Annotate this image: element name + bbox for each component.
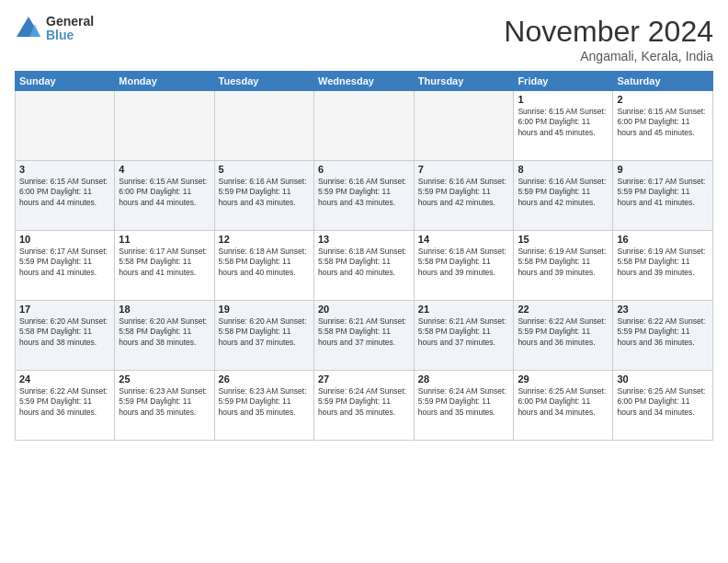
cell-info: Sunrise: 6:23 AM Sunset: 5:59 PM Dayligh… <box>219 386 310 418</box>
calendar-week-2: 3Sunrise: 6:15 AM Sunset: 6:00 PM Daylig… <box>16 161 713 231</box>
day-number: 11 <box>119 234 210 245</box>
day-number: 1 <box>518 94 609 105</box>
calendar-cell: 30Sunrise: 6:25 AM Sunset: 6:00 PM Dayli… <box>613 371 713 441</box>
day-number: 25 <box>119 373 210 385</box>
cell-info: Sunrise: 6:17 AM Sunset: 5:58 PM Dayligh… <box>119 247 210 278</box>
calendar-table: SundayMondayTuesdayWednesdayThursdayFrid… <box>15 71 713 441</box>
calendar-cell: 26Sunrise: 6:23 AM Sunset: 5:59 PM Dayli… <box>214 371 313 441</box>
cell-info: Sunrise: 6:16 AM Sunset: 5:59 PM Dayligh… <box>518 177 609 208</box>
logo-line2: Blue <box>46 29 94 42</box>
calendar-cell: 24Sunrise: 6:22 AM Sunset: 5:59 PM Dayli… <box>16 371 115 441</box>
calendar-cell: 11Sunrise: 6:17 AM Sunset: 5:58 PM Dayli… <box>115 231 214 301</box>
month-title: November 2024 <box>504 15 713 49</box>
calendar-cell <box>313 91 414 161</box>
logo-line1: General <box>46 15 94 29</box>
cell-info: Sunrise: 6:16 AM Sunset: 5:59 PM Dayligh… <box>219 177 310 208</box>
location-subtitle: Angamali, Kerala, India <box>504 49 713 63</box>
day-number: 2 <box>617 94 709 105</box>
calendar-cell: 10Sunrise: 6:17 AM Sunset: 5:59 PM Dayli… <box>16 231 115 301</box>
cell-info: Sunrise: 6:18 AM Sunset: 5:58 PM Dayligh… <box>318 247 410 278</box>
calendar-cell: 20Sunrise: 6:21 AM Sunset: 5:58 PM Dayli… <box>313 301 414 371</box>
day-number: 10 <box>19 234 110 245</box>
calendar-cell: 19Sunrise: 6:20 AM Sunset: 5:58 PM Dayli… <box>214 301 313 371</box>
day-number: 24 <box>19 373 110 385</box>
calendar-cell <box>414 91 514 161</box>
day-number: 6 <box>318 164 410 175</box>
calendar-cell: 9Sunrise: 6:17 AM Sunset: 5:59 PM Daylig… <box>613 161 713 231</box>
calendar-cell: 15Sunrise: 6:19 AM Sunset: 5:58 PM Dayli… <box>514 231 613 301</box>
day-number: 7 <box>418 164 510 175</box>
calendar-cell: 1Sunrise: 6:15 AM Sunset: 6:00 PM Daylig… <box>514 91 613 161</box>
day-number: 4 <box>119 164 210 175</box>
weekday-header-saturday: Saturday <box>613 72 713 91</box>
calendar-cell: 28Sunrise: 6:24 AM Sunset: 5:59 PM Dayli… <box>414 371 514 441</box>
day-number: 18 <box>119 304 210 315</box>
calendar-cell: 5Sunrise: 6:16 AM Sunset: 5:59 PM Daylig… <box>214 161 313 231</box>
logo: General Blue <box>15 15 94 43</box>
cell-info: Sunrise: 6:19 AM Sunset: 5:58 PM Dayligh… <box>518 247 609 278</box>
day-number: 27 <box>318 373 410 385</box>
calendar-header: SundayMondayTuesdayWednesdayThursdayFrid… <box>16 72 713 91</box>
cell-info: Sunrise: 6:23 AM Sunset: 5:59 PM Dayligh… <box>119 386 210 418</box>
cell-info: Sunrise: 6:25 AM Sunset: 6:00 PM Dayligh… <box>518 386 609 418</box>
title-block: November 2024 Angamali, Kerala, India <box>504 15 713 63</box>
calendar-cell <box>214 91 313 161</box>
weekday-header-sunday: Sunday <box>16 72 115 91</box>
cell-info: Sunrise: 6:22 AM Sunset: 5:59 PM Dayligh… <box>518 316 609 348</box>
calendar-cell: 17Sunrise: 6:20 AM Sunset: 5:58 PM Dayli… <box>16 301 115 371</box>
calendar-week-3: 10Sunrise: 6:17 AM Sunset: 5:59 PM Dayli… <box>16 231 713 301</box>
calendar-cell: 21Sunrise: 6:21 AM Sunset: 5:58 PM Dayli… <box>414 301 514 371</box>
day-number: 5 <box>219 164 310 175</box>
calendar-cell: 6Sunrise: 6:16 AM Sunset: 5:59 PM Daylig… <box>313 161 414 231</box>
day-number: 9 <box>617 164 709 175</box>
cell-info: Sunrise: 6:15 AM Sunset: 6:00 PM Dayligh… <box>19 177 110 208</box>
calendar-cell <box>115 91 214 161</box>
day-number: 16 <box>617 234 709 245</box>
cell-info: Sunrise: 6:20 AM Sunset: 5:58 PM Dayligh… <box>119 316 210 348</box>
weekday-header-wednesday: Wednesday <box>313 72 414 91</box>
day-number: 29 <box>518 373 609 385</box>
day-number: 22 <box>518 304 609 315</box>
calendar-week-5: 24Sunrise: 6:22 AM Sunset: 5:59 PM Dayli… <box>16 371 713 441</box>
weekday-row: SundayMondayTuesdayWednesdayThursdayFrid… <box>16 72 713 91</box>
calendar-cell: 3Sunrise: 6:15 AM Sunset: 6:00 PM Daylig… <box>16 161 115 231</box>
cell-info: Sunrise: 6:20 AM Sunset: 5:58 PM Dayligh… <box>219 316 310 348</box>
weekday-header-monday: Monday <box>115 72 214 91</box>
day-number: 20 <box>318 304 410 315</box>
cell-info: Sunrise: 6:17 AM Sunset: 5:59 PM Dayligh… <box>617 177 709 208</box>
day-number: 8 <box>518 164 609 175</box>
cell-info: Sunrise: 6:15 AM Sunset: 6:00 PM Dayligh… <box>518 107 609 138</box>
day-number: 21 <box>418 304 510 315</box>
calendar-cell: 13Sunrise: 6:18 AM Sunset: 5:58 PM Dayli… <box>313 231 414 301</box>
calendar-cell: 27Sunrise: 6:24 AM Sunset: 5:59 PM Dayli… <box>313 371 414 441</box>
calendar-week-4: 17Sunrise: 6:20 AM Sunset: 5:58 PM Dayli… <box>16 301 713 371</box>
calendar-cell <box>16 91 115 161</box>
day-number: 14 <box>418 234 510 245</box>
weekday-header-friday: Friday <box>514 72 613 91</box>
calendar-cell: 16Sunrise: 6:19 AM Sunset: 5:58 PM Dayli… <box>613 231 713 301</box>
day-number: 15 <box>518 234 609 245</box>
day-number: 19 <box>219 304 310 315</box>
weekday-header-thursday: Thursday <box>414 72 514 91</box>
day-number: 23 <box>617 304 709 315</box>
calendar-cell: 8Sunrise: 6:16 AM Sunset: 5:59 PM Daylig… <box>514 161 613 231</box>
cell-info: Sunrise: 6:16 AM Sunset: 5:59 PM Dayligh… <box>318 177 410 208</box>
calendar-body: 1Sunrise: 6:15 AM Sunset: 6:00 PM Daylig… <box>16 91 713 441</box>
cell-info: Sunrise: 6:22 AM Sunset: 5:59 PM Dayligh… <box>617 316 709 348</box>
calendar-week-1: 1Sunrise: 6:15 AM Sunset: 6:00 PM Daylig… <box>16 91 713 161</box>
logo-text: General Blue <box>46 15 94 43</box>
day-number: 12 <box>219 234 310 245</box>
cell-info: Sunrise: 6:24 AM Sunset: 5:59 PM Dayligh… <box>418 386 510 418</box>
cell-info: Sunrise: 6:17 AM Sunset: 5:59 PM Dayligh… <box>19 247 110 278</box>
page: General Blue November 2024 Angamali, Ker… <box>0 0 728 563</box>
day-number: 3 <box>19 164 110 175</box>
cell-info: Sunrise: 6:19 AM Sunset: 5:58 PM Dayligh… <box>617 247 709 278</box>
header: General Blue November 2024 Angamali, Ker… <box>15 15 713 63</box>
cell-info: Sunrise: 6:21 AM Sunset: 5:58 PM Dayligh… <box>418 316 510 348</box>
cell-info: Sunrise: 6:16 AM Sunset: 5:59 PM Dayligh… <box>418 177 510 208</box>
calendar-cell: 12Sunrise: 6:18 AM Sunset: 5:58 PM Dayli… <box>214 231 313 301</box>
calendar-cell: 2Sunrise: 6:15 AM Sunset: 6:00 PM Daylig… <box>613 91 713 161</box>
calendar-cell: 29Sunrise: 6:25 AM Sunset: 6:00 PM Dayli… <box>514 371 613 441</box>
calendar-cell: 7Sunrise: 6:16 AM Sunset: 5:59 PM Daylig… <box>414 161 514 231</box>
calendar-cell: 18Sunrise: 6:20 AM Sunset: 5:58 PM Dayli… <box>115 301 214 371</box>
